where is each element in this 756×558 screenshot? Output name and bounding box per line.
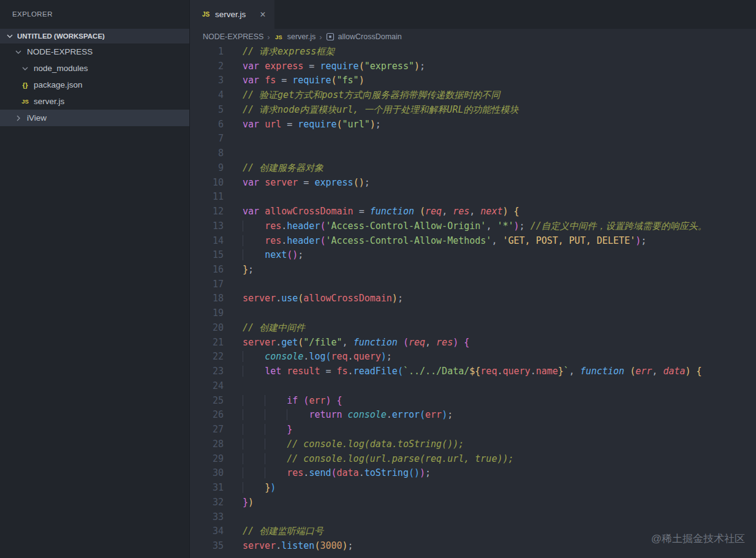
line-number[interactable]: 12 — [190, 205, 224, 219]
code-line[interactable]: 7 — [190, 132, 756, 146]
line-number[interactable]: 30 — [190, 466, 224, 481]
code-line[interactable]: 15 next(); — [190, 248, 756, 263]
line-number[interactable]: 18 — [190, 292, 224, 306]
line-number[interactable]: 21 — [190, 336, 224, 350]
code-line[interactable]: 26 return console.error(err); — [190, 408, 756, 423]
code-line[interactable]: 23 let result = fs.readFile(`../../Data/… — [190, 364, 756, 379]
code-token: } — [265, 482, 270, 493]
code-line[interactable]: 9// 创建服务器对象 — [190, 161, 756, 176]
code-line[interactable]: 1// 请求express框架 — [190, 45, 756, 59]
code-line-text: // console.log(data.toString()); — [224, 437, 464, 452]
code-token — [281, 366, 287, 377]
code-token — [342, 409, 348, 420]
code-line[interactable]: 8 — [190, 146, 756, 161]
code-token: . — [276, 540, 281, 551]
code-line[interactable]: 11 — [190, 190, 756, 205]
line-number[interactable]: 15 — [190, 248, 224, 263]
line-number[interactable]: 8 — [190, 146, 224, 161]
line-number[interactable]: 32 — [190, 496, 224, 510]
line-number[interactable]: 20 — [190, 321, 224, 336]
code-line[interactable]: 2var express = require("express"); — [190, 59, 756, 74]
line-number[interactable]: 19 — [190, 306, 224, 321]
line-number[interactable]: 3 — [190, 74, 224, 88]
line-number[interactable]: 9 — [190, 161, 224, 176]
code-line[interactable]: 27 } — [190, 423, 756, 437]
line-number[interactable]: 23 — [190, 364, 224, 379]
code-line[interactable]: 6var url = require("url"); — [190, 118, 756, 132]
tree-item-node-modules[interactable]: node_modules — [0, 60, 189, 77]
line-number[interactable]: 17 — [190, 277, 224, 292]
line-number[interactable]: 34 — [190, 524, 224, 539]
js-file-icon: JS — [201, 11, 211, 18]
tree-item-iview[interactable]: iView — [0, 110, 189, 126]
breadcrumb-item-server-js[interactable]: server.js — [287, 32, 316, 41]
code-line[interactable]: 20// 创建中间件 — [190, 321, 756, 336]
code-line[interactable]: 24 — [190, 379, 756, 394]
code-line[interactable]: 25 if (err) { — [190, 394, 756, 409]
code-line[interactable]: 14 res.header('Access-Control-Allow-Meth… — [190, 234, 756, 249]
tree-item-node-express[interactable]: NODE-EXPRESS — [0, 43, 189, 60]
code-line[interactable]: 13 res.header('Access-Control-Allow-Orig… — [190, 219, 756, 234]
code-token: express — [314, 177, 353, 188]
code-line[interactable]: 31 }) — [190, 481, 756, 496]
code-token — [414, 206, 420, 217]
code-line[interactable]: 12var allowCrossDomain = function (req, … — [190, 205, 756, 219]
line-number[interactable]: 2 — [190, 59, 224, 74]
code-line[interactable]: 17 — [190, 277, 756, 292]
code-token: req — [331, 351, 348, 362]
line-number[interactable]: 29 — [190, 452, 224, 467]
tree-item-package-json[interactable]: {}package.json — [0, 77, 189, 93]
breadcrumb-item-node-express[interactable]: NODE-EXPRESS — [203, 32, 263, 41]
line-number[interactable]: 27 — [190, 423, 224, 437]
code-line[interactable]: 32}) — [190, 496, 756, 510]
code-line[interactable]: 33 — [190, 510, 756, 525]
code-line-text: console.log(req.query); — [224, 350, 392, 364]
code-token — [508, 206, 514, 217]
code-line[interactable]: 28 // console.log(data.toString()); — [190, 437, 756, 452]
code-token: ( — [298, 293, 303, 304]
tree-item-server-js[interactable]: JSserver.js — [0, 93, 189, 110]
code-line[interactable]: 5// 请求node内置模块url, 一个用于处理和解释URL的功能性模块 — [190, 103, 756, 118]
line-number[interactable]: 14 — [190, 234, 224, 249]
line-number[interactable]: 4 — [190, 88, 224, 103]
code-line[interactable]: 18server.use(allowCrossDomain); — [190, 292, 756, 306]
line-number[interactable]: 25 — [190, 394, 224, 409]
line-number[interactable]: 5 — [190, 103, 224, 118]
code-line[interactable]: 16}; — [190, 263, 756, 277]
line-number[interactable]: 35 — [190, 539, 224, 554]
line-number[interactable]: 16 — [190, 263, 224, 277]
line-number[interactable]: 10 — [190, 176, 224, 190]
line-number[interactable]: 13 — [190, 219, 224, 234]
line-number[interactable]: 7 — [190, 132, 224, 146]
code-line[interactable]: 21server.get("/file", function (req, res… — [190, 336, 756, 350]
code-line[interactable]: 22 console.log(req.query); — [190, 350, 756, 364]
code-token: ; — [248, 264, 254, 275]
breadcrumb-item-allowcrossdomain[interactable]: allowCrossDomain — [338, 32, 402, 41]
code-token — [398, 337, 403, 348]
line-number[interactable]: 1 — [190, 45, 224, 59]
line-number[interactable]: 22 — [190, 350, 224, 364]
code-token: ) — [414, 467, 420, 478]
line-number[interactable]: 33 — [190, 510, 224, 525]
line-number[interactable]: 11 — [190, 190, 224, 205]
code-line[interactable]: 29 // console.log(url.parse(req.url, tru… — [190, 452, 756, 467]
code-line[interactable]: 4// 验证get方式和post方式向服务器捎带脚传递数据时的不同 — [190, 88, 756, 103]
code-token: res — [436, 337, 453, 348]
tab-server-js[interactable]: JS server.js × — [190, 0, 274, 29]
workspace-section-header[interactable]: UNTITLED (WORKSPACE) — [0, 29, 189, 43]
code-line-text: var server = express(); — [224, 176, 370, 190]
line-number[interactable]: 26 — [190, 408, 224, 423]
code-token: , — [491, 235, 502, 246]
code-token: ) — [635, 235, 641, 246]
code-line[interactable]: 19 — [190, 306, 756, 321]
close-icon[interactable]: × — [259, 10, 266, 20]
code-token: function — [370, 206, 414, 217]
line-number[interactable]: 24 — [190, 379, 224, 394]
code-line[interactable]: 3var fs = require("fs") — [190, 74, 756, 88]
line-number[interactable]: 31 — [190, 481, 224, 496]
code-line[interactable]: 10var server = express(); — [190, 176, 756, 190]
line-number[interactable]: 6 — [190, 118, 224, 132]
line-number[interactable]: 28 — [190, 437, 224, 452]
code-line[interactable]: 30 res.send(data.toString()); — [190, 466, 756, 481]
editor[interactable]: 1// 请求express框架2var express = require("e… — [190, 45, 756, 558]
